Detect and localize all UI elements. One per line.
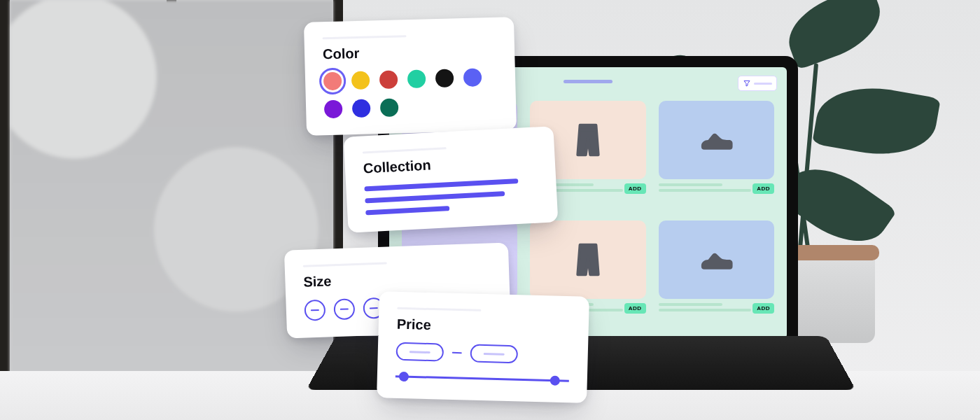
color-swatch[interactable]	[324, 100, 343, 119]
collection-option[interactable]	[365, 191, 505, 203]
product-desc-placeholder	[659, 309, 751, 312]
product-desc-placeholder	[659, 189, 751, 192]
price-slider-min-handle[interactable]	[399, 372, 409, 382]
price-range-dash	[452, 352, 462, 354]
filter-title-color: Color	[323, 42, 497, 62]
card-header-placeholder	[322, 35, 406, 39]
price-slider-max-handle[interactable]	[550, 376, 560, 386]
filter-card-price[interactable]: Price	[377, 291, 589, 403]
filter-title-collection: Collection	[363, 152, 537, 177]
add-button[interactable]: ADD	[624, 183, 646, 194]
size-option[interactable]	[304, 300, 326, 321]
add-button[interactable]: ADD	[752, 303, 774, 314]
price-max-input[interactable]	[470, 344, 518, 364]
color-swatch[interactable]	[407, 69, 426, 88]
product-name-placeholder	[659, 303, 722, 306]
product-tile	[530, 220, 645, 299]
product-name-placeholder	[659, 183, 722, 186]
product-card[interactable]: ADD	[659, 101, 774, 209]
collection-option[interactable]	[364, 178, 518, 192]
color-swatch[interactable]	[323, 72, 342, 91]
color-swatch[interactable]	[351, 71, 370, 90]
filter-card-collection[interactable]: Collection	[344, 126, 559, 233]
add-button[interactable]: ADD	[624, 303, 646, 314]
filter-title-size: Size	[303, 267, 491, 290]
color-swatch[interactable]	[463, 68, 482, 87]
color-swatch[interactable]	[435, 69, 454, 88]
card-header-placeholder	[303, 262, 387, 267]
add-button[interactable]: ADD	[752, 183, 774, 194]
filter-title-price: Price	[397, 316, 571, 337]
product-card[interactable]: ADD	[659, 220, 774, 329]
color-swatch[interactable]	[380, 98, 399, 117]
product-tile	[659, 101, 774, 179]
size-option[interactable]	[333, 298, 355, 320]
shoe-icon	[698, 241, 734, 278]
color-swatch[interactable]	[379, 70, 398, 89]
color-swatch[interactable]	[352, 99, 371, 118]
filter-button[interactable]	[738, 76, 777, 91]
collection-option[interactable]	[365, 206, 449, 215]
screen-heading-placeholder	[564, 80, 612, 83]
price-min-input[interactable]	[396, 342, 444, 362]
funnel-icon	[743, 79, 751, 88]
card-header-placeholder	[363, 147, 447, 153]
card-header-placeholder	[397, 307, 481, 312]
product-tile	[659, 220, 774, 299]
filter-card-color[interactable]: Color	[304, 17, 517, 136]
pants-icon	[570, 241, 606, 278]
pants-icon	[570, 122, 606, 158]
shoe-icon	[698, 122, 734, 158]
price-slider[interactable]	[396, 372, 569, 386]
